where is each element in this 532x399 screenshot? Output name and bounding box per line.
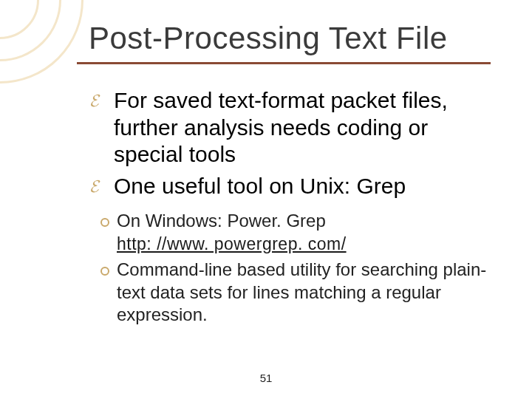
bullet-text: For saved text-format packet files, furt…: [114, 88, 448, 166]
sub-bullet-text: Command-line based utility for searching…: [117, 259, 486, 324]
bullet-level1: 𝓔 One useful tool on Unix: Grep: [90, 173, 489, 200]
ring-icon: [100, 218, 109, 227]
bullet-text: One useful tool on Unix: Grep: [114, 174, 406, 198]
page-number: 51: [0, 372, 532, 384]
ring-icon: [100, 267, 109, 276]
bullet-level1: 𝓔 For saved text-format packet files, fu…: [90, 87, 489, 168]
swirl-icon: 𝓔: [90, 92, 100, 109]
slide-body: 𝓔 For saved text-format packet files, fu…: [90, 87, 489, 330]
title-underline: [77, 62, 491, 64]
powergrep-link[interactable]: http: //www. powergrep. com/: [117, 234, 347, 253]
bullet-level2: On Windows: Power. Grep http: //www. pow…: [90, 210, 489, 255]
swirl-icon: 𝓔: [90, 177, 100, 195]
sub-bullet-text: On Windows: Power. Grep: [117, 211, 326, 231]
slide-title: Post-Processing Text File: [89, 21, 448, 56]
bullet-level2: Command-line based utility for searching…: [90, 259, 489, 327]
slide: Post-Processing Text File 𝓔 For saved te…: [0, 0, 532, 399]
sub-bullets: On Windows: Power. Grep http: //www. pow…: [90, 210, 489, 327]
